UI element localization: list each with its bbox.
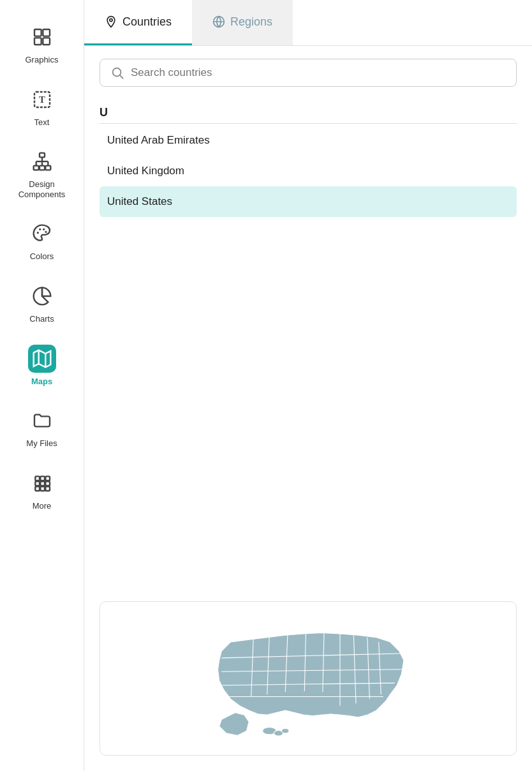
svg-text:T: T	[39, 94, 45, 105]
svg-rect-22	[40, 476, 45, 481]
svg-rect-9	[45, 166, 50, 170]
svg-rect-21	[35, 476, 40, 481]
sidebar-item-more[interactable]: More	[0, 459, 84, 521]
country-item-uk[interactable]: United Kingdom	[100, 156, 517, 186]
svg-point-18	[45, 231, 47, 233]
sidebar-item-maps[interactable]: Maps	[0, 334, 84, 397]
pie-chart-icon	[28, 282, 56, 310]
svg-rect-28	[40, 486, 45, 491]
sidebar-item-graphics[interactable]: Graphics	[0, 13, 84, 75]
sidebar-item-design-components[interactable]: Design Components	[0, 137, 84, 209]
main-content: Countries Regions United U United Arab E…	[84, 0, 532, 771]
tab-countries[interactable]: Countries	[84, 0, 192, 45]
country-list: U United Arab Emirates United Kingdom Un…	[84, 93, 532, 595]
search-bar[interactable]: United	[100, 59, 517, 87]
svg-point-30	[110, 19, 112, 21]
grid-dots-icon	[28, 469, 56, 497]
map-preview	[100, 601, 517, 756]
folder-icon	[28, 407, 56, 435]
svg-point-17	[43, 228, 45, 230]
svg-rect-3	[43, 38, 50, 45]
svg-point-16	[39, 228, 41, 230]
search-input[interactable]: United	[131, 66, 506, 79]
svg-rect-26	[45, 481, 50, 486]
tab-regions-label: Regions	[230, 15, 272, 29]
svg-rect-8	[40, 166, 45, 170]
country-item-us[interactable]: United States	[100, 186, 517, 217]
sidebar: Graphics T Text Design Com	[0, 0, 84, 771]
sidebar-item-colors[interactable]: Colors	[0, 209, 84, 272]
svg-rect-24	[35, 481, 40, 486]
svg-rect-7	[33, 166, 38, 170]
map-icon	[28, 345, 56, 373]
text-cursor-icon: T	[28, 86, 56, 114]
sidebar-item-maps-label: Maps	[31, 377, 52, 387]
section-header-u: U	[100, 100, 517, 124]
svg-point-15	[36, 232, 38, 234]
svg-rect-6	[40, 153, 45, 158]
sidebar-item-charts[interactable]: Charts	[0, 272, 84, 334]
sidebar-item-colors-label: Colors	[30, 251, 54, 262]
svg-point-32	[113, 68, 121, 77]
country-item-uae[interactable]: United Arab Emirates	[100, 125, 517, 156]
tab-countries-label: Countries	[122, 15, 172, 29]
tabs-bar: Countries Regions	[84, 0, 532, 46]
sidebar-item-graphics-label: Graphics	[25, 55, 58, 65]
sidebar-item-my-files-label: My Files	[26, 438, 57, 449]
hierarchy-icon	[28, 147, 56, 176]
sidebar-item-text-label: Text	[34, 117, 50, 128]
search-container: United	[84, 46, 532, 93]
sidebar-item-text[interactable]: T Text	[0, 75, 84, 138]
us-map-svg	[193, 615, 423, 742]
svg-rect-27	[35, 486, 40, 491]
svg-rect-23	[45, 476, 50, 481]
svg-rect-0	[34, 29, 41, 36]
search-icon	[110, 66, 124, 80]
palette-icon	[28, 220, 56, 248]
sidebar-item-more-label: More	[33, 501, 52, 511]
layout-grid-icon	[28, 23, 56, 51]
sidebar-item-design-components-label: Design Components	[18, 179, 66, 199]
svg-rect-25	[40, 481, 45, 486]
sidebar-item-charts-label: Charts	[29, 314, 54, 324]
sidebar-item-my-files[interactable]: My Files	[0, 396, 84, 459]
tab-regions[interactable]: Regions	[192, 0, 293, 45]
svg-point-49	[282, 729, 289, 733]
svg-rect-1	[43, 29, 50, 36]
svg-line-33	[120, 75, 123, 79]
svg-rect-2	[34, 38, 41, 45]
svg-rect-29	[45, 486, 50, 491]
